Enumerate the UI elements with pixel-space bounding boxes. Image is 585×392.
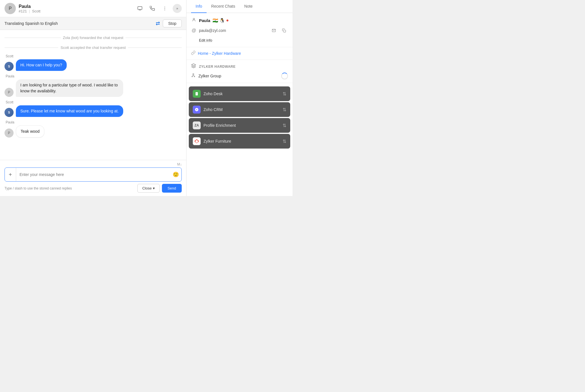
message-group-1: Scott S Hi. How can I help you? [5, 54, 182, 71]
zoho-desk-chevron-icon: ⇅ [283, 91, 286, 97]
zoho-crm-chevron-icon: ⇅ [283, 107, 286, 112]
agent-name: Scott [32, 9, 41, 13]
sender-label-paula-1: Paula [5, 74, 182, 78]
zoho-crm-integration[interactable]: ⋮⋮ Zoho CRM ⇅ [189, 102, 290, 117]
svg-rect-6 [283, 30, 286, 32]
paula-avatar-2: P [5, 129, 14, 138]
svg-rect-0 [138, 6, 142, 10]
company-section: ZYLKER HARDWARE Zylker Group [187, 60, 292, 83]
action-buttons: Close ▾ Send [137, 184, 182, 193]
panel-tabs: Info Recent Chats Note [187, 0, 292, 13]
message-row-2: P I am looking for a particular type of … [5, 79, 182, 97]
close-button[interactable]: Close ▾ [137, 184, 159, 193]
profile-enrichment-integration[interactable]: ⋮⋮ ZA Profile Enrichment ⇅ [189, 118, 290, 133]
call-button[interactable] [148, 4, 157, 13]
input-section: M↓ + 🙂 Type / slash to use the stored ca… [0, 160, 186, 196]
message-bubble-4: Teak wood [16, 125, 44, 138]
edit-info-row: Edit info [191, 38, 288, 42]
contact-flags: 🇮🇳 🐧 ● [213, 18, 229, 23]
messages-area: Zola (bot) forwarded the chat request Sc… [0, 30, 186, 160]
canned-hint: Type / slash to use the stored canned re… [5, 186, 72, 190]
email-action-icons [270, 27, 288, 34]
ticket-id: #121 [19, 9, 27, 13]
system-message-2: Scott accepted the chat transfer request [5, 45, 182, 50]
group-hierarchy-icon [191, 73, 196, 79]
integrations-section: ⋮⋮ Zoho Desk ⇅ ⋮⋮ Zoho CRM ⇅ ⋮⋮ ZA Profi… [187, 83, 292, 152]
profile-enrichment-chevron-icon: ⇅ [283, 123, 286, 128]
group-row: Zylker Group [191, 73, 288, 79]
message-group-4: Paula P Teak wood [5, 120, 182, 138]
profile-enrichment-label: Profile Enrichment [203, 123, 236, 128]
message-group-2: Paula P I am looking for a particular ty… [5, 74, 182, 97]
message-group-3: Scott S Sure. Please let me know what wo… [5, 100, 182, 117]
more-options-button[interactable] [160, 4, 169, 13]
svg-point-1 [164, 7, 165, 7]
translation-text: Translating Spanish to English [5, 21, 153, 26]
loading-spinner [281, 73, 288, 79]
emoji-button[interactable]: 🙂 [170, 168, 181, 181]
svg-marker-7 [192, 64, 196, 66]
company-name-row: ZYLKER HARDWARE [191, 63, 288, 70]
scott-avatar-1: S [5, 62, 14, 71]
page-link[interactable]: Home - Zylker Hardware [191, 51, 288, 56]
company-stack-icon [191, 63, 196, 70]
stop-button[interactable]: Stop [163, 19, 182, 27]
message-row-3: S Sure. Please let me know what wood are… [5, 105, 182, 117]
svg-marker-15 [196, 140, 198, 143]
drag-handle-4: ⋮⋮ [189, 140, 195, 143]
zylker-furniture-chevron-icon: ⇅ [283, 139, 286, 144]
svg-point-3 [164, 10, 165, 10]
message-bubble-1: Hi. How can I help you? [16, 59, 67, 71]
tab-note[interactable]: Note [240, 0, 257, 13]
link-text: Home - Zylker Hardware [198, 51, 241, 56]
contact-name-row: Paula 🇮🇳 🐧 ● [191, 18, 288, 23]
edit-info-link[interactable]: Edit info [199, 38, 212, 42]
info-panel: Info Recent Chats Note Paula 🇮🇳 🐧 ● @ [187, 0, 292, 196]
drag-handle-2: ⋮⋮ [189, 108, 195, 111]
zylker-furniture-label: Zylker Furniture [203, 139, 231, 143]
tab-recent-chats[interactable]: Recent Chats [207, 0, 240, 13]
screen-share-button[interactable] [135, 4, 144, 13]
flag-india: 🇮🇳 [213, 18, 218, 23]
header-sub: #121 | Scott [19, 9, 135, 13]
paula-avatar-1: P [5, 88, 14, 97]
contact-email: paula@zyl.com [199, 28, 226, 33]
separator: | [29, 9, 30, 13]
system-message-1: Zola (bot) forwarded the chat request [5, 36, 182, 40]
message-bubble-3: Sure. Please let me know what wood are y… [16, 105, 123, 117]
svg-point-2 [164, 8, 165, 9]
send-email-button[interactable] [270, 27, 278, 34]
attach-button[interactable]: + [5, 168, 16, 181]
header-icons: » [135, 4, 182, 13]
group-name-label: Zylker Group [198, 74, 221, 78]
copy-email-button[interactable] [280, 27, 288, 34]
chat-panel: P Paula #121 | Scott [0, 0, 187, 196]
markdown-indicator: M↓ [5, 162, 182, 166]
translation-bar: Translating Spanish to English ⇄ Stop [0, 17, 186, 30]
contact-person-icon [191, 18, 197, 23]
link-section: Home - Zylker Hardware [187, 47, 292, 60]
zoho-crm-label: Zoho CRM [203, 107, 223, 112]
drag-handle-1: ⋮⋮ [189, 92, 195, 95]
tab-info[interactable]: Info [191, 0, 207, 13]
link-icon [191, 51, 196, 56]
zoho-desk-integration[interactable]: ⋮⋮ Zoho Desk ⇅ [189, 86, 290, 101]
scott-avatar-2: S [5, 108, 14, 117]
contact-name-label: Paula [199, 18, 210, 23]
svg-point-13 [194, 76, 195, 77]
send-button[interactable]: Send [162, 184, 182, 193]
input-box: + 🙂 [5, 167, 182, 182]
drag-handle-3: ⋮⋮ [189, 124, 195, 127]
swap-icon[interactable]: ⇄ [156, 20, 160, 27]
svg-point-12 [192, 76, 193, 77]
sender-label-scott-2: Scott [5, 100, 182, 104]
scott-avatar-inner-2: S [5, 108, 14, 117]
expand-button[interactable]: » [173, 4, 182, 13]
contact-avatar: P [5, 3, 16, 14]
contact-name: Paula [19, 4, 135, 9]
zylker-furniture-integration[interactable]: ⋮⋮ Zylker Furniture ⇅ [189, 134, 290, 149]
message-row-4: P Teak wood [5, 125, 182, 138]
email-icon: @ [191, 28, 197, 33]
message-input[interactable] [16, 169, 170, 180]
contact-info-section: Paula 🇮🇳 🐧 ● @ paula@zyl.com [187, 13, 292, 47]
